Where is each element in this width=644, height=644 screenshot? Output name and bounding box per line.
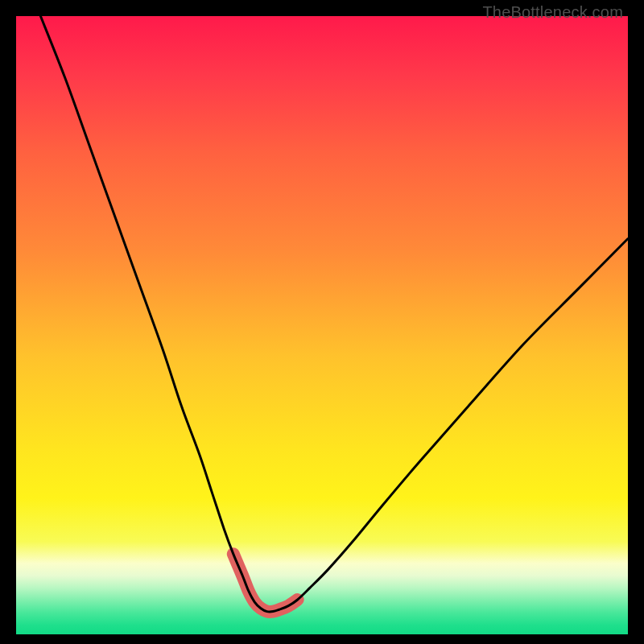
curve-layer: [16, 16, 628, 634]
bottleneck-curve: [40, 16, 628, 612]
bottom-highlight-markers: [233, 554, 298, 612]
chart-stage: TheBottleneck.com: [0, 0, 644, 644]
watermark-text: TheBottleneck.com: [482, 3, 623, 22]
plot-area: [16, 16, 628, 634]
